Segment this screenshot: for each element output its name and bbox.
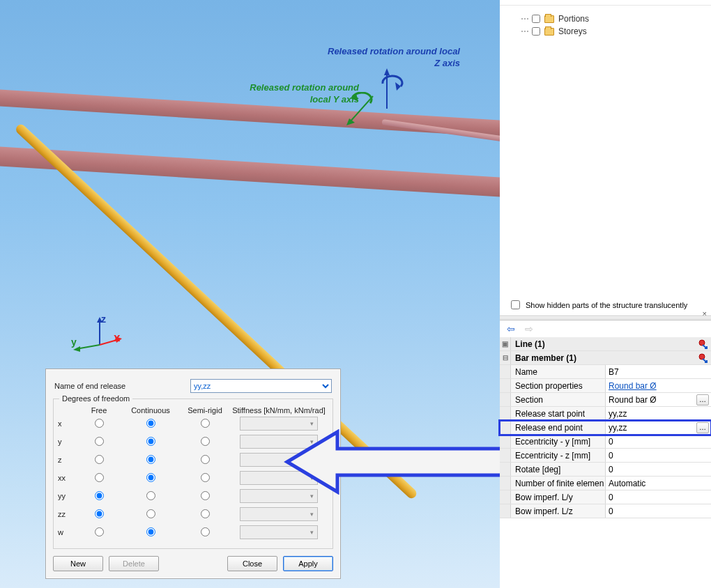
tree-checkbox[interactable] [532, 27, 540, 36]
property-value[interactable]: B7 [606, 365, 711, 378]
dof-semirigid-radio[interactable] [201, 437, 210, 446]
tree-checkbox[interactable] [532, 15, 540, 23]
property-row[interactable]: Number of finite elemenAutomatic [500, 477, 711, 490]
dof-continuous-radio[interactable] [146, 527, 155, 536]
property-key: Section properties [511, 379, 606, 392]
dof-continuous-radio[interactable] [146, 419, 155, 428]
dof-row-x: x▾ [58, 415, 328, 433]
dof-semirigid-radio[interactable] [201, 473, 210, 482]
stiffness-input[interactable]: ▾ [240, 453, 318, 467]
property-value[interactable]: yy,zz… [606, 421, 711, 434]
dof-free-radio[interactable] [95, 527, 104, 536]
dof-free-radio[interactable] [95, 509, 104, 518]
dof-semirigid-radio[interactable] [201, 509, 210, 518]
dof-semirigid-radio[interactable] [201, 527, 210, 536]
dof-continuous-radio[interactable] [146, 437, 155, 446]
filter-badge-icon[interactable] [696, 337, 711, 350]
close-button[interactable]: Close [227, 556, 277, 571]
stiffness-input[interactable]: ▾ [240, 507, 318, 521]
dof-row-yy: yy▾ [58, 487, 328, 505]
dof-label: xx [58, 474, 77, 482]
beam [0, 144, 500, 199]
delete-button[interactable]: Delete [109, 556, 159, 571]
dof-continuous-radio[interactable] [146, 455, 155, 464]
end-release-dialog: Name of end release yy,zz Degrees of fre… [45, 369, 341, 579]
name-of-release-label: Name of end release [54, 382, 190, 390]
show-hidden-checkbox[interactable]: Show hidden parts of the structure trans… [508, 298, 687, 311]
property-value[interactable]: 0 [606, 463, 711, 476]
property-row[interactable]: Bow imperf. L/z0 [500, 504, 711, 518]
dof-label: y [58, 438, 77, 446]
stiffness-input[interactable]: ▾ [240, 435, 318, 449]
svg-point-14 [699, 354, 705, 359]
property-value[interactable]: Automatic [606, 477, 711, 490]
dof-label: w [58, 528, 77, 536]
property-value[interactable]: Round bar Ø [606, 379, 711, 392]
group-legend: Degrees of freedom [59, 394, 132, 403]
property-value[interactable]: yy,zz [606, 407, 711, 420]
property-row[interactable]: Section propertiesRound bar Ø [500, 379, 711, 393]
property-value[interactable]: 0 [606, 490, 711, 504]
nav-forward-icon[interactable]: ⇨ [525, 323, 533, 334]
close-icon[interactable]: × [703, 309, 707, 318]
svg-point-13 [699, 340, 705, 346]
property-header[interactable]: ⊟Bar member (1) [500, 351, 711, 365]
dof-semirigid-radio[interactable] [201, 491, 210, 500]
expand-icon[interactable]: ⊟ [500, 351, 511, 364]
dof-semirigid-radio[interactable] [201, 419, 210, 428]
annotation-z: Released rotation around local Z axis [321, 46, 460, 70]
dof-free-radio[interactable] [95, 455, 104, 464]
dof-free-radio[interactable] [95, 473, 104, 482]
property-row[interactable]: NameB7 [500, 365, 711, 379]
rotation-z-arrow-icon [380, 68, 413, 110]
tree-item[interactable]: ⋯Portions [521, 13, 707, 25]
release-name-select[interactable]: yy,zz [190, 379, 332, 393]
svg-marker-2 [395, 82, 401, 91]
ellipsis-button[interactable]: … [696, 422, 709, 433]
dof-continuous-radio[interactable] [146, 473, 155, 482]
dof-free-radio[interactable] [95, 419, 104, 428]
property-key: Release end point [511, 421, 606, 434]
filter-badge-icon[interactable] [696, 351, 711, 364]
expand-icon[interactable]: ▣ [500, 337, 511, 350]
property-value[interactable]: 0 [606, 449, 711, 462]
stiffness-input[interactable]: ▾ [240, 417, 318, 431]
property-value[interactable]: 0 [606, 435, 711, 448]
property-row[interactable]: Eccentricity - y [mm]0 [500, 435, 711, 449]
dof-label: yy [58, 492, 77, 500]
new-button[interactable]: New [53, 556, 103, 571]
dof-header-row: Free Continuous Semi-rigid Stiffness [kN… [58, 406, 328, 415]
dof-free-radio[interactable] [95, 437, 104, 446]
dof-free-radio[interactable] [95, 491, 104, 500]
property-row[interactable]: SectionRound bar Ø… [500, 393, 711, 407]
property-row[interactable]: Rotate [deg]0 [500, 463, 711, 477]
apply-button[interactable]: Apply [283, 556, 333, 571]
dof-label: zz [58, 510, 77, 518]
property-key: Eccentricity - z [mm] [511, 449, 606, 462]
nav-back-icon[interactable]: ⇦ [507, 323, 515, 334]
dof-row-y: y▾ [58, 433, 328, 451]
property-row[interactable]: Bow imperf. L/y0 [500, 490, 711, 504]
property-row[interactable]: Release start pointyy,zz [500, 407, 711, 421]
property-header[interactable]: ▣Line (1) [500, 337, 711, 351]
stiffness-input[interactable]: ▾ [240, 525, 318, 539]
property-key: Release start point [511, 407, 606, 420]
folder-icon [544, 28, 554, 36]
tree-item[interactable]: ⋯Storeys [521, 25, 707, 38]
stiffness-input[interactable]: ▾ [240, 471, 318, 485]
ellipsis-button[interactable]: … [696, 394, 709, 405]
dof-continuous-radio[interactable] [146, 491, 155, 500]
property-row[interactable]: Release end pointyy,zz… [500, 421, 711, 435]
property-value[interactable]: Round bar Ø… [606, 393, 711, 406]
stiffness-input[interactable]: ▾ [240, 489, 318, 503]
property-grid[interactable]: ▣Line (1)⊟Bar member (1)NameB7Section pr… [500, 337, 711, 518]
degrees-of-freedom-group: Degrees of freedom Free Continuous Semi-… [53, 399, 333, 549]
property-row[interactable]: Eccentricity - z [mm]0 [500, 449, 711, 463]
dof-continuous-radio[interactable] [146, 509, 155, 518]
dof-semirigid-radio[interactable] [201, 455, 210, 464]
dof-label: z [58, 456, 77, 464]
folder-icon [544, 15, 554, 23]
model-tree[interactable]: ⋯Portions⋯Storeys Show hidden parts of t… [500, 6, 711, 316]
property-value[interactable]: 0 [606, 504, 711, 518]
property-link[interactable]: Round bar Ø [609, 381, 657, 391]
